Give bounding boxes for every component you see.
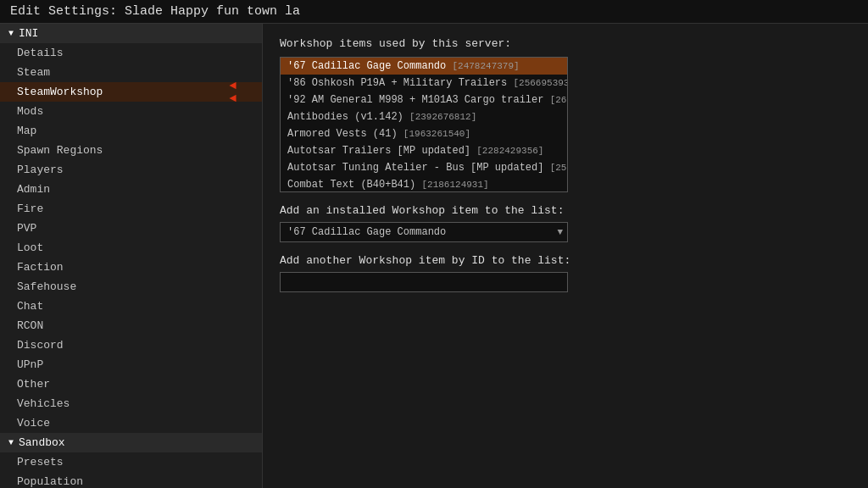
workshop-item-1[interactable]: '86 Oshkosh P19A + Military Trailers [25… (281, 75, 567, 92)
sidebar-item-faction[interactable]: Faction (0, 258, 262, 277)
workshop-item-name-0: '67 Cadillac Gage Commando (287, 60, 446, 72)
sidebar-item-voice[interactable]: Voice (0, 413, 262, 433)
workshop-item-4[interactable]: Armored Vests (41) [1963261540] (281, 125, 567, 142)
title-bar: Edit Settings: Slade Happy fun town la (0, 0, 868, 24)
workshop-item-2[interactable]: '92 AM General M998 + M101A3 Cargo trail… (281, 92, 567, 108)
red-arrow-1: ◄ (230, 79, 236, 92)
workshop-item-7[interactable]: Combat Text (B40+B41) [2186124931] (281, 176, 567, 192)
workshop-item-id-7: [2186124931] (421, 180, 488, 190)
sidebar-item-spawnregions[interactable]: Spawn Regions (0, 141, 262, 160)
sidebar-item-fire[interactable]: Fire (0, 199, 262, 219)
workshop-item-6[interactable]: Autotsar Tuning Atelier - Bus [MP update… (281, 159, 567, 176)
workshop-item-5[interactable]: Autotsar Trailers [MP updated] [22824293… (281, 142, 567, 159)
sidebar-item-discord[interactable]: Discord (0, 336, 262, 355)
sidebar-item-rcon[interactable]: RCON (0, 316, 262, 336)
workshop-item-name-7: Combat Text (B40+B41) (287, 179, 415, 191)
sidebar-item-details[interactable]: Details (0, 43, 262, 63)
sidebar[interactable]: ▼ INI Details Steam SteamWorkshop ◄ ◄ Mo… (0, 24, 263, 488)
sidebar-item-map[interactable]: Map (0, 121, 262, 141)
sidebar-item-steam[interactable]: Steam (0, 63, 262, 82)
window-title: Edit Settings: Slade Happy fun town la (10, 4, 300, 19)
sidebar-item-vehicles[interactable]: Vehicles (0, 394, 262, 413)
ini-section-label: INI (19, 27, 38, 40)
add-by-id-section: Add another Workshop item by ID to the l… (280, 254, 851, 292)
workshop-item-id-2: [2642541073] (550, 95, 568, 105)
add-installed-dropdown-container: '67 Cadillac Gage Commando '86 Oshkosh P… (280, 222, 568, 242)
red-arrows: ◄ ◄ (230, 79, 236, 105)
sidebar-item-population[interactable]: Population (0, 472, 262, 488)
add-installed-section: Add an installed Workshop item to the li… (280, 204, 851, 242)
sidebar-item-other[interactable]: Other (0, 374, 262, 394)
workshop-item-id-0: [2478247379] (452, 61, 519, 71)
workshop-section-title: Workshop items used by this server: (280, 37, 851, 50)
workshop-item-3[interactable]: Antibodies (v1.142) [2392676812] (281, 108, 567, 125)
sidebar-section-ini[interactable]: ▼ INI (0, 24, 262, 43)
workshop-item-id-5: [2282429356] (476, 146, 543, 156)
content-area: Workshop items used by this server: '67 … (263, 24, 868, 488)
sidebar-item-presets[interactable]: Presets (0, 452, 262, 472)
sandbox-arrow-icon: ▼ (8, 438, 14, 447)
workshop-item-name-1: '86 Oshkosh P19A + Military Trailers (287, 77, 507, 89)
workshop-item-name-6: Autotsar Tuning Atelier - Bus [MP update… (287, 162, 543, 174)
main-layout: ▼ INI Details Steam SteamWorkshop ◄ ◄ Mo… (0, 24, 868, 488)
add-installed-dropdown[interactable]: '67 Cadillac Gage Commando '86 Oshkosh P… (280, 222, 568, 242)
sidebar-section-sandbox[interactable]: ▼ Sandbox (0, 433, 262, 452)
workshop-item-id-6: [2592358528] (550, 163, 568, 173)
add-installed-title: Add an installed Workshop item to the li… (280, 204, 851, 217)
sidebar-scroll-container: ▼ INI Details Steam SteamWorkshop ◄ ◄ Mo… (0, 24, 262, 488)
workshop-list[interactable]: '67 Cadillac Gage Commando [2478247379] … (280, 57, 568, 192)
sidebar-item-players[interactable]: Players (0, 160, 262, 180)
workshop-item-name-5: Autotsar Trailers [MP updated] (287, 145, 470, 157)
workshop-item-id-1: [2566953935] (513, 78, 568, 88)
sidebar-item-mods[interactable]: Mods (0, 102, 262, 121)
workshop-item-0[interactable]: '67 Cadillac Gage Commando [2478247379] (281, 58, 567, 75)
ini-arrow-icon: ▼ (8, 29, 14, 38)
sidebar-item-upnp[interactable]: UPnP (0, 355, 262, 374)
sidebar-item-admin[interactable]: Admin (0, 180, 262, 199)
add-by-id-input[interactable] (280, 272, 568, 292)
workshop-item-name-3: Antibodies (v1.142) (287, 111, 403, 123)
workshop-item-id-3: [2392676812] (409, 112, 476, 122)
workshop-item-name-2: '92 AM General M998 + M101A3 Cargo trail… (287, 94, 543, 106)
workshop-item-name-4: Armored Vests (41) (287, 128, 398, 140)
workshop-item-id-4: [1963261540] (403, 129, 470, 139)
sidebar-item-safehouse[interactable]: Safehouse (0, 277, 262, 297)
sidebar-item-loot[interactable]: Loot (0, 238, 262, 258)
sidebar-item-steamworkshop[interactable]: SteamWorkshop ◄ ◄ (0, 82, 262, 102)
sandbox-section-label: Sandbox (19, 436, 65, 449)
red-arrow-2: ◄ (230, 92, 236, 105)
sidebar-item-chat[interactable]: Chat (0, 297, 262, 316)
sidebar-item-pvp[interactable]: PVP (0, 219, 262, 238)
add-by-id-title: Add another Workshop item by ID to the l… (280, 254, 851, 267)
